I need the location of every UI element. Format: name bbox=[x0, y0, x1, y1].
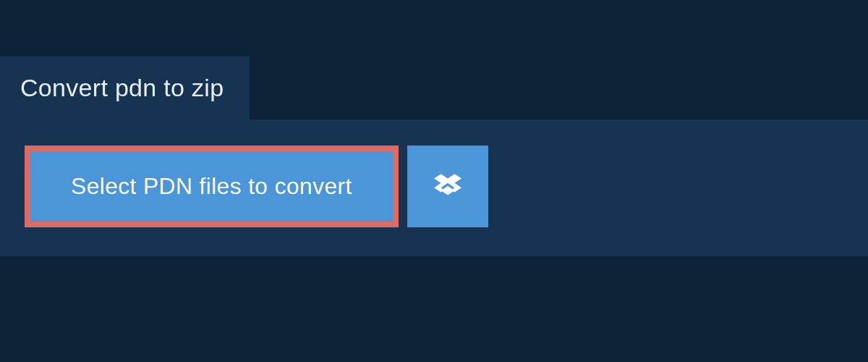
tab-container: Convert pdn to zip Select PDN files to c… bbox=[0, 0, 868, 256]
converter-panel: Select PDN files to convert bbox=[0, 119, 868, 256]
tab-convert[interactable]: Convert pdn to zip bbox=[0, 56, 250, 119]
select-files-button[interactable]: Select PDN files to convert bbox=[25, 146, 399, 227]
tab-label: Convert pdn to zip bbox=[20, 74, 224, 101]
select-files-button-label: Select PDN files to convert bbox=[71, 173, 352, 200]
dropbox-icon bbox=[434, 172, 461, 202]
button-row: Select PDN files to convert bbox=[25, 146, 843, 227]
dropbox-button[interactable] bbox=[407, 146, 488, 227]
